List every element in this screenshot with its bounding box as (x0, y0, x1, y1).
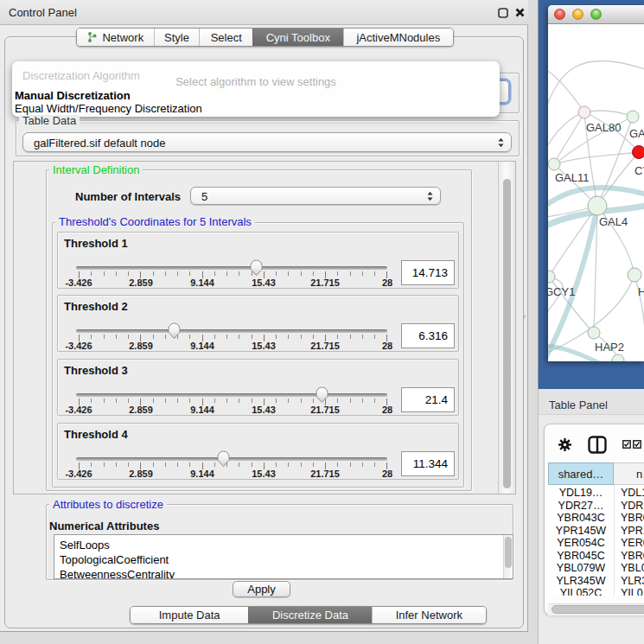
table-data-combobox[interactable]: galFiltered.sif default node (22, 132, 512, 152)
split-columns-icon[interactable] (588, 436, 607, 454)
list-scrollbar-thumb[interactable] (505, 537, 512, 568)
close-traffic-light[interactable] (554, 9, 565, 20)
split-pane-handle[interactable]: › (523, 312, 526, 321)
threshold-1-value-field[interactable]: 14.713 (401, 260, 455, 285)
list-item-selfloops[interactable]: SelfLoops (60, 539, 110, 552)
list-item-topologicalcoefficient[interactable]: TopologicalCoefficient (60, 553, 169, 566)
tab-impute-data[interactable]: Impute Data (131, 607, 248, 623)
tick-label: 2.859 (120, 405, 162, 415)
tick-label: 21.715 (304, 469, 346, 479)
tab-cyni-toolbox[interactable]: Cyni Toolbox (252, 29, 343, 46)
table-card: shared… n… YDL19…YDL1… YDR27…YDR2… YBR04… (544, 424, 644, 615)
vertical-scrollbar-thumb[interactable] (503, 179, 511, 488)
threshold-3-slider-thumb[interactable] (316, 386, 328, 404)
threshold-3-value-field[interactable]: 21.4 (401, 387, 455, 412)
cytoscape-desktop: GAL80 GAL1 CYC1 GAL11 GAL4 GCY1 HIS4 HAP… (538, 0, 644, 389)
list-item-betweennesscentrality[interactable]: BetweennessCentrality (60, 568, 175, 579)
control-panel-window: Control Panel Network Style Select Cyni … (0, 0, 528, 632)
node-label-hap2: HAP2 (595, 341, 624, 354)
table-row[interactable]: YDR27…YDR2… (548, 500, 644, 513)
node-label-his4: HIS4 (638, 285, 644, 298)
threshold-3-panel: Threshold 3 -3.426 2.859 9.144 15.43 21.… (57, 359, 459, 416)
table-row[interactable]: YBR045CYBR0… (548, 550, 644, 563)
float-window-icon[interactable] (498, 8, 508, 18)
threshold-1-label: Threshold 1 (64, 237, 128, 250)
zoom-traffic-light[interactable] (590, 9, 602, 20)
checkbox-icon[interactable] (622, 440, 631, 449)
tick-label: 15.43 (243, 405, 284, 415)
threshold-1-slider-track[interactable] (76, 266, 387, 270)
column-header-shared-name[interactable]: shared… (548, 462, 614, 485)
threshold-2-label: Threshold 2 (64, 300, 128, 313)
threshold-1-slider-thumb[interactable] (250, 259, 263, 277)
gear-icon[interactable] (558, 437, 572, 452)
tick-label: 15.43 (243, 277, 284, 288)
node-partial (612, 354, 624, 361)
network-view-window: GAL80 GAL1 CYC1 GAL11 GAL4 GCY1 HIS4 HAP… (548, 5, 644, 361)
table-row[interactable]: YDL19…YDL1… (548, 487, 644, 500)
algorithm-combo-placeholder: Select algorithm to view settings (12, 75, 500, 88)
window-title: Control Panel (9, 6, 77, 19)
threshold-1-panel: Threshold 1 -3.426 2.859 9.144 15.43 21.… (57, 232, 459, 289)
tab-network-label: Network (102, 31, 143, 44)
tick-label: 9.144 (182, 469, 223, 479)
table-row[interactable]: YBR043CYBR0… (548, 512, 644, 525)
node-his4 (628, 268, 641, 282)
network-canvas[interactable]: GAL80 GAL1 CYC1 GAL11 GAL4 GCY1 HIS4 HAP… (548, 24, 644, 361)
table-data-combo-value: galFiltered.sif default node (34, 136, 165, 149)
popup-item-manual-discretization[interactable]: Manual Discretization (15, 89, 131, 102)
tab-style[interactable]: Style (154, 29, 200, 46)
table-row[interactable]: YIL052CYIL0… (548, 587, 644, 596)
tab-infer-network[interactable]: Infer Network (372, 607, 486, 623)
combo-arrows-icon (498, 137, 504, 148)
column-header-name[interactable]: n… (614, 462, 644, 485)
tick-label: 9.144 (182, 341, 223, 351)
checkbox-icon[interactable] (633, 440, 641, 449)
threshold-2-slider-thumb[interactable] (168, 322, 181, 340)
number-of-intervals-value: 5 (201, 189, 207, 202)
table-row[interactable]: YER054CYER0… (548, 537, 644, 550)
numerical-attributes-label: Numerical Attributes (49, 520, 159, 532)
node-label-gal11: GAL11 (555, 171, 590, 184)
control-panel-titlebar: Control Panel (0, 0, 528, 25)
minimize-traffic-light[interactable] (572, 9, 583, 20)
tick-label: 2.859 (120, 341, 162, 351)
numerical-attributes-list: SelfLoops TopologicalCoefficient Between… (54, 534, 513, 579)
table-row[interactable]: YBL079WYBL0… (548, 562, 644, 575)
node-label-gal1: GAL1 (629, 127, 644, 140)
threshold-3-slider-track[interactable] (76, 393, 387, 397)
node-selected-red (633, 146, 644, 159)
tick-label: -3.426 (58, 277, 99, 288)
tab-discretize-data[interactable]: Discretize Data (248, 607, 371, 623)
threshold-4-slider-thumb[interactable] (217, 450, 230, 468)
node-gal80 (578, 106, 590, 118)
close-icon[interactable] (514, 7, 526, 18)
threshold-4-value-field[interactable]: 11.344 (401, 451, 455, 476)
apply-button[interactable]: Apply (233, 581, 290, 597)
threshold-4-slider-track[interactable] (76, 457, 387, 461)
table-panel-window: Table Panel shared… n… (538, 389, 644, 644)
node-label-gal80: GAL80 (586, 121, 621, 134)
network-tab-icon (86, 31, 98, 43)
tick-label: -3.426 (58, 341, 99, 351)
tab-select[interactable]: Select (199, 29, 252, 46)
tab-network[interactable]: Network (77, 29, 154, 46)
threshold-2-panel: Threshold 2 -3.426 2.859 9.144 15.43 21.… (57, 295, 459, 352)
cyni-mode-tabs: Impute Data Discretize Data Infer Networ… (130, 606, 487, 624)
horizontal-scrollbar-thumb[interactable] (552, 605, 644, 614)
table-row[interactable]: YPR145WYPR1… (548, 525, 644, 538)
combo-arrows-icon (427, 191, 433, 201)
tick-label: 21.715 (304, 405, 346, 415)
tab-jactivemnodules[interactable]: jActiveMNodules (343, 29, 453, 46)
node-hap2 (588, 327, 600, 339)
table-panel-title: Table Panel (549, 399, 608, 411)
threshold-2-value-field[interactable]: 6.316 (401, 323, 455, 348)
number-of-intervals-combobox[interactable]: 5 (190, 187, 441, 205)
threshold-4-panel: Threshold 4 -3.426 2.859 9.144 15.43 21.… (57, 423, 459, 480)
table-row[interactable]: YLR345WYLR3… (548, 575, 644, 588)
node-gal1 (627, 111, 639, 123)
popup-item-equal-width-frequency[interactable]: Equal Width/Frequency Discretization (15, 102, 202, 115)
tick-label: -3.426 (58, 405, 99, 415)
interval-definition-group-title: Interval Definition (49, 164, 143, 175)
threshold-2-slider-track[interactable] (76, 329, 387, 333)
